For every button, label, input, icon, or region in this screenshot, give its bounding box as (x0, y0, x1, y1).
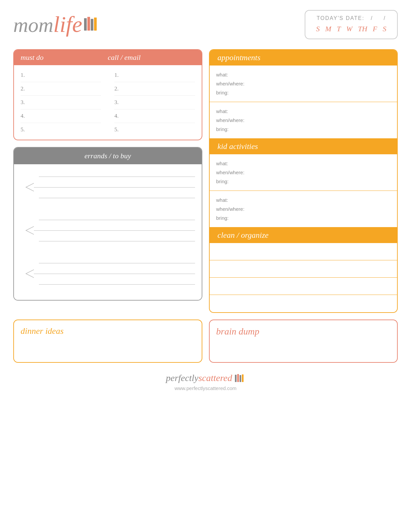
svg-rect-8 (235, 375, 237, 382)
appt1-what: what: (216, 70, 391, 79)
must-do-item-5: 5. (21, 123, 101, 136)
logo: momlife (13, 13, 101, 36)
must-do-box: must do call / email 1. 2. 3. 4. 5. 1. 2… (13, 49, 202, 140)
footer-perfectly: perfectly (166, 373, 198, 383)
day-TH: TH (356, 24, 369, 34)
footer: perfectlyscattered www.perfectlyscattere… (13, 373, 398, 391)
errand-line-1a (21, 172, 195, 182)
left-column: must do call / email 1. 2. 3. 4. 5. 1. 2… (13, 49, 202, 313)
logo-mom: mom (13, 14, 53, 36)
svg-rect-1 (87, 17, 90, 31)
day-row: S M T W TH F S (313, 24, 389, 34)
footer-scattered: scattered (198, 373, 232, 383)
appt2-what: what: (216, 107, 391, 116)
call-item-3: 3. (114, 96, 195, 109)
arrow-center-2 (21, 225, 195, 235)
errands-body (14, 164, 202, 300)
errand-line-2a (21, 215, 195, 225)
clean-organize-banner: clean / organize (210, 227, 398, 243)
must-do-item-3: 3. (21, 96, 101, 109)
kid1-bring: bring: (216, 177, 391, 186)
date-label: TODAY'S DATE: / / (313, 15, 389, 21)
header: momlife TODAY'S DATE: / / S M (13, 10, 398, 39)
day-F: F (371, 24, 379, 34)
clean-line-3 (210, 278, 397, 295)
footer-brand: perfectlyscattered (13, 373, 398, 385)
date-box: TODAY'S DATE: / / S M T W TH F S (305, 10, 398, 39)
arrow-group-1 (21, 172, 195, 203)
svg-rect-11 (242, 374, 244, 382)
must-do-label: must do (21, 53, 108, 62)
errand-line-3a (21, 258, 195, 268)
kid-activities-banner: kid activities (210, 139, 398, 154)
date-slash2: / (384, 15, 386, 21)
kid1-when: when/where: (216, 168, 391, 177)
day-S1: S (314, 24, 322, 34)
day-S2: S (381, 24, 388, 34)
call-item-1: 1. (114, 68, 195, 82)
right-column: appointments what: when/where: bring: wh… (209, 49, 398, 313)
day-T: T (335, 24, 343, 34)
appointments-entry-2: what: when/where: bring: (210, 102, 397, 139)
chevron-icon-1 (21, 182, 34, 192)
svg-rect-0 (84, 18, 87, 31)
kid1-what: what: (216, 159, 391, 168)
day-M: M (323, 24, 333, 34)
kid2-bring: bring: (216, 213, 391, 222)
arrow-group-2 (21, 215, 195, 246)
date-slash1: / (371, 15, 373, 21)
arrow-group-3 (21, 258, 195, 289)
errands-label: errands / to buy (84, 152, 131, 160)
errands-header: errands / to buy (14, 148, 202, 164)
call-email-label: call / email (108, 53, 195, 62)
day-W: W (344, 24, 354, 34)
svg-rect-10 (240, 375, 241, 382)
appt2-bring: bring: (216, 125, 391, 134)
appt1-when: when/where: (216, 79, 391, 88)
brain-dump-box: brain dump (209, 320, 398, 363)
kid2-what: what: (216, 196, 391, 204)
clean-line-1 (210, 243, 397, 260)
must-do-body: 1. 2. 3. 4. 5. 1. 2. 3. 4. 5. (14, 65, 202, 140)
dinner-box: dinner ideas (13, 320, 202, 363)
footer-books-icon (235, 376, 245, 384)
svg-rect-2 (91, 19, 93, 31)
errand-line-2b (21, 236, 195, 246)
books-icon (83, 15, 101, 34)
clean-organize-lines (210, 243, 397, 312)
footer-url: www.perfectlyscattered.com (13, 385, 398, 391)
clean-line-2 (210, 260, 397, 278)
arrow-center-1 (21, 182, 195, 192)
must-do-item-2: 2. (21, 82, 101, 96)
call-item-5: 5. (114, 123, 195, 136)
main-grid: must do call / email 1. 2. 3. 4. 5. 1. 2… (13, 49, 398, 313)
must-do-header: must do call / email (14, 50, 202, 65)
call-item-2: 2. (114, 82, 195, 96)
dinner-label: dinner ideas (21, 326, 63, 336)
clean-line-4 (210, 295, 397, 312)
must-do-col-left: 1. 2. 3. 4. 5. (14, 68, 108, 136)
must-do-col-right: 1. 2. 3. 4. 5. (108, 68, 201, 136)
logo-life: life (53, 12, 82, 37)
appt2-when: when/where: (216, 116, 391, 125)
kid2-when: when/where: (216, 204, 391, 213)
must-do-item-4: 4. (21, 109, 101, 123)
kid-activities-entry-2: what: when/where: bring: (210, 191, 397, 227)
appointments-entry-1: what: when/where: bring: (210, 66, 397, 102)
call-item-4: 4. (114, 109, 195, 123)
errand-line-3b (21, 279, 195, 289)
chevron-icon-2 (21, 225, 34, 235)
svg-rect-9 (237, 374, 239, 382)
errand-line-1b (21, 193, 195, 203)
errands-box: errands / to buy (13, 147, 202, 301)
arrow-center-3 (21, 269, 195, 279)
appt1-bring: bring: (216, 88, 391, 97)
brain-dump-label: brain dump (216, 326, 259, 336)
bottom-row: dinner ideas brain dump (13, 320, 398, 363)
chevron-icon-3 (21, 269, 34, 279)
svg-rect-3 (94, 17, 97, 31)
must-do-item-1: 1. (21, 68, 101, 82)
kid-activities-entry-1: what: when/where: bring: (210, 154, 397, 191)
appointments-banner: appointments (210, 50, 398, 66)
